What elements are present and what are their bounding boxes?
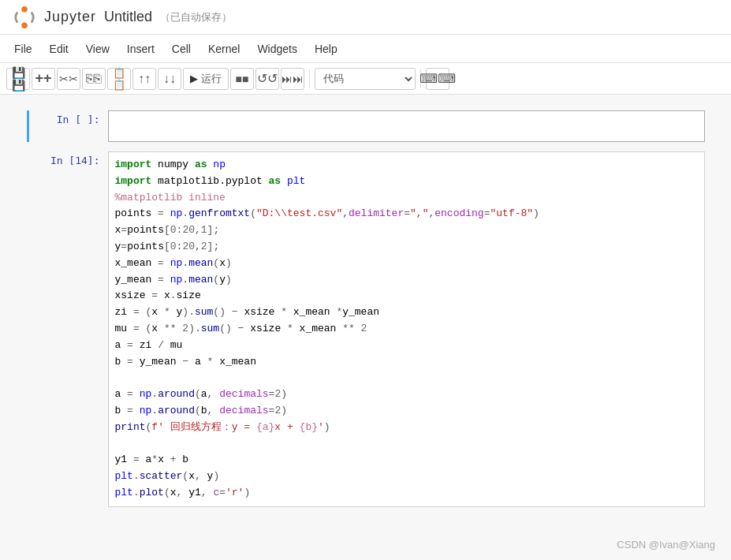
code-line-18 (115, 436, 698, 453)
interrupt-button[interactable]: ■ (230, 68, 254, 90)
code-line-20: plt.scatter(x, y) (115, 469, 698, 485)
svg-point-0 (21, 6, 28, 12)
code-line-13: b = y_mean − a * x_mean (115, 354, 698, 371)
code-line-10: zi = (x * y).sum() − xsize * x_mean *y_m… (115, 304, 698, 321)
refresh-icon: ↺ (257, 71, 278, 86)
plus-icon: + (35, 70, 51, 87)
code-line-21: plt.plot(x, y1, c='r') (115, 485, 698, 502)
menu-insert[interactable]: Insert (119, 39, 162, 58)
restart-run-button[interactable]: ⏭ (281, 68, 304, 90)
scissors-icon: ✂ (59, 73, 78, 85)
code-cell-14-content[interactable]: import numpy as np import matplotlib.pyp… (108, 151, 705, 507)
code-line-7: x_mean = np.mean(x) (115, 256, 698, 272)
empty-cell-input[interactable] (108, 110, 705, 142)
fast-forward-icon: ⏭ (282, 73, 304, 85)
menu-file[interactable]: File (6, 39, 40, 58)
copy-button[interactable]: ⎘ (82, 68, 106, 90)
code-cell-14: In [14]: import numpy as np import matpl… (27, 151, 705, 507)
empty-cell-prompt: In [ ]: (29, 110, 108, 142)
down-arrow-icon: ↓ (163, 72, 176, 86)
cell-container: In [ ]: In [14]: import numpy as np impo… (11, 110, 721, 510)
paste-button[interactable]: 📋 (107, 68, 131, 90)
notebook-title[interactable]: Untitled (104, 9, 152, 25)
code-line-12: a = zi / mu (115, 338, 698, 354)
menu-cell[interactable]: Cell (164, 39, 199, 58)
run-label: 运行 (201, 72, 222, 86)
move-down-button[interactable]: ↓ (158, 68, 181, 90)
code-line-6: y=points[0:20,2]; (115, 239, 698, 256)
cut-button[interactable]: ✂ (57, 68, 80, 90)
jupyter-brand-text: Jupyter (44, 9, 96, 25)
titlebar: Jupyter Untitled （已自动保存） (0, 0, 731, 35)
menu-widgets[interactable]: Widgets (249, 39, 305, 58)
watermark: CSDN @Ivan@Xiang (617, 539, 715, 551)
code-line-19: y1 = a*x + b (115, 452, 698, 469)
autosave-badge: （已自动保存） (160, 10, 232, 24)
keyboard-shortcuts-button[interactable]: ⌨ (426, 68, 449, 90)
restart-button[interactable]: ↺ (255, 68, 279, 90)
code-line-3: %matplotlib inline (115, 190, 698, 207)
menu-edit[interactable]: Edit (42, 39, 76, 58)
toolbar-separator-1 (309, 69, 310, 88)
notebook-area: In [ ]: In [14]: import numpy as np impo… (0, 95, 731, 560)
menu-view[interactable]: View (78, 39, 117, 58)
play-icon: ▶ (190, 73, 198, 84)
menubar: File Edit View Insert Cell Kernel Widget… (0, 35, 731, 63)
keyboard-icon: ⌨ (420, 71, 456, 86)
cell-type-select[interactable]: 代码 Markdown Raw NBConvert Heading (315, 68, 416, 90)
code-line-9: xsize = x.size (115, 288, 698, 304)
toolbar: 💾 + ✂ ⎘ 📋 ↑ ↓ ▶ 运行 ■ ↺ ⏭ 代码 Markdown Raw… (0, 63, 731, 95)
save-icon: 💾 (7, 66, 29, 91)
stop-icon: ■ (236, 73, 249, 85)
code-line-15: a = np.around(a, decimals=2) (115, 386, 698, 403)
paste-icon: 📋 (108, 67, 130, 91)
code-line-17: print(f' 回归线方程：y = {a}x + {b}') (115, 420, 698, 436)
copy-icon: ⎘ (86, 72, 102, 86)
code-line-16: b = np.around(b, decimals=2) (115, 403, 698, 420)
code-cell-14-prompt: In [14]: (29, 151, 108, 507)
add-cell-button[interactable]: + (32, 68, 55, 90)
code-line-11: mu = (x ** 2).sum() − xsize * x_mean ** … (115, 321, 698, 338)
svg-point-1 (21, 22, 28, 28)
menu-kernel[interactable]: Kernel (200, 39, 248, 58)
empty-cell: In [ ]: (27, 110, 705, 142)
move-up-button[interactable]: ↑ (132, 68, 156, 90)
code-line-14 (115, 370, 698, 386)
jupyter-logo (13, 6, 36, 29)
code-line-8: y_mean = np.mean(y) (115, 272, 698, 289)
code-line-4: points = np.genfromtxt("D:\\test.csv",de… (115, 206, 698, 222)
up-arrow-icon: ↑ (138, 72, 151, 86)
code-line-1: import numpy as np (115, 157, 698, 174)
menu-help[interactable]: Help (307, 39, 345, 58)
code-line-5: x=points[0:20,1]; (115, 222, 698, 239)
code-line-2: import matplotlib.pyplot as plt (115, 174, 698, 190)
run-button[interactable]: ▶ 运行 (183, 68, 229, 90)
save-button[interactable]: 💾 (6, 68, 30, 90)
